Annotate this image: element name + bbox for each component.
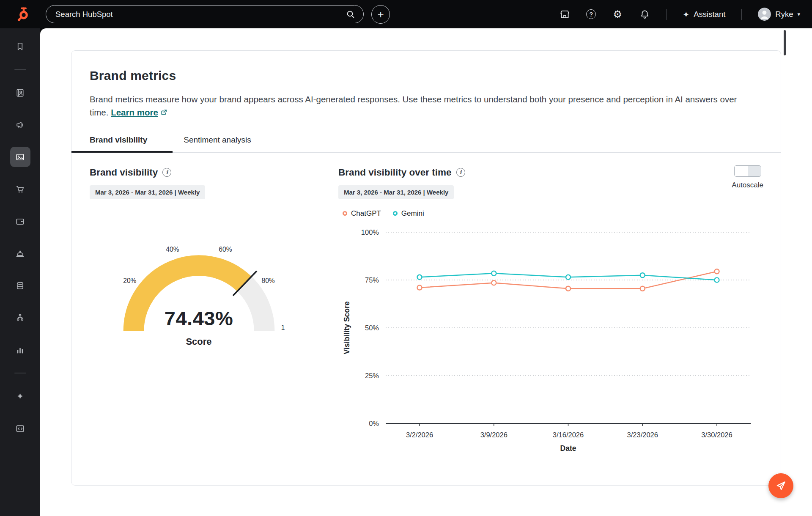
page-title: Brand metrics (90, 69, 763, 83)
tab-brand-visibility[interactable]: Brand visibility (90, 135, 147, 152)
timeseries-panel: Autoscale Brand visibility over time i M… (320, 153, 781, 486)
marketplace-icon[interactable] (559, 9, 570, 20)
search-icon (346, 9, 356, 19)
info-icon[interactable]: i (162, 168, 171, 177)
bookmark-icon (15, 41, 25, 51)
send-icon (775, 480, 787, 491)
sidebar-item-ai[interactable] (10, 386, 30, 406)
gauge-score-value: 74.43% (90, 307, 308, 330)
database-icon (15, 281, 25, 291)
date-range-badge: Mar 3, 2026 - Mar 31, 2026 | Weekly (90, 185, 205, 199)
search-input[interactable] (55, 9, 346, 19)
divider (666, 9, 667, 20)
hubspot-logo[interactable] (14, 6, 30, 22)
svg-text:75%: 75% (365, 276, 379, 284)
svg-text:60%: 60% (219, 246, 232, 253)
date-range-badge: Mar 3, 2026 - Mar 31, 2026 | Weekly (338, 185, 454, 199)
svg-text:100%: 100% (361, 228, 379, 236)
main-content: Brand metrics Brand metrics measure how … (40, 28, 812, 516)
sidebar-item-reporting[interactable] (10, 340, 30, 360)
sidebar-divider (14, 373, 26, 373)
avatar (758, 8, 771, 21)
sparkle-icon: ✦ (683, 10, 689, 19)
svg-text:0%: 0% (369, 420, 379, 427)
gauge-score-label: Score (90, 336, 308, 347)
code-icon (15, 424, 25, 434)
autoscale-label: Autoscale (732, 181, 763, 189)
sidebar (0, 28, 40, 516)
legend-label: ChatGPT (351, 209, 381, 218)
svg-text:40%: 40% (166, 246, 179, 253)
ai-sparkle-icon (15, 392, 25, 401)
info-icon[interactable]: i (456, 168, 465, 177)
wallet-icon (15, 217, 25, 226)
svg-text:Date: Date (560, 444, 576, 453)
autoscale-toggle[interactable] (734, 165, 761, 177)
external-link-icon (160, 108, 168, 116)
svg-text:Visibility Score: Visibility Score (343, 301, 351, 354)
autoscale-control: Autoscale (732, 165, 763, 189)
tabs: Brand visibility Sentiment analysis (71, 135, 781, 153)
sidebar-item-marketing[interactable] (10, 115, 30, 135)
line-chart-svg: 0%25%50%75%100%3/2/20263/9/20263/16/2026… (338, 220, 763, 456)
chart-legend: ChatGPTGemini (338, 209, 763, 218)
sidebar-item-service[interactable] (10, 243, 30, 263)
send-fab[interactable] (768, 473, 793, 498)
contacts-icon (15, 88, 25, 98)
gauge-panel: Brand visibility i Mar 3, 2026 - Mar 31,… (71, 153, 320, 486)
create-button[interactable]: + (371, 5, 390, 24)
sidebar-item-crm[interactable] (10, 82, 30, 103)
legend-item-chatgpt[interactable]: ChatGPT (343, 209, 381, 218)
search-bar[interactable] (46, 5, 364, 23)
description-text: Brand metrics measure how your brand app… (90, 94, 737, 117)
tab-sentiment-analysis[interactable]: Sentiment analysis (184, 135, 251, 152)
svg-text:3/9/2026: 3/9/2026 (480, 431, 508, 439)
divider (741, 9, 742, 20)
gauge-chart: 20%40%60%80%1 74.43% Score (90, 221, 308, 351)
sidebar-item-dev-tools[interactable] (10, 418, 30, 439)
sidebar-item-content[interactable] (10, 147, 30, 167)
cart-icon (15, 184, 25, 194)
workflow-icon (15, 313, 25, 323)
user-menu[interactable]: Ryke ▾ (758, 8, 800, 21)
learn-more-link[interactable]: Learn more (111, 107, 168, 117)
svg-text:50%: 50% (365, 324, 379, 332)
user-name: Ryke (775, 10, 793, 19)
legend-label: Gemini (401, 209, 424, 218)
topbar: + ? ⚙ ✦ Assistant (0, 0, 812, 28)
scrollbar-thumb[interactable] (784, 30, 786, 55)
hubspot-sprocket-icon (14, 6, 30, 22)
sidebar-item-sales[interactable] (10, 179, 30, 199)
legend-marker-icon (343, 211, 347, 216)
bar-chart-icon (15, 345, 25, 355)
sidebar-item-bookmarks[interactable] (10, 36, 30, 56)
assistant-button[interactable]: ✦ Assistant (683, 10, 725, 19)
notifications-icon[interactable] (639, 9, 650, 20)
svg-text:80%: 80% (261, 277, 274, 284)
page-description: Brand metrics measure how your brand app… (90, 93, 758, 119)
gauge-svg: 20%40%60%80%1 (90, 221, 308, 351)
assistant-label: Assistant (694, 10, 725, 19)
svg-text:3/30/2026: 3/30/2026 (701, 431, 732, 439)
plus-icon: + (377, 9, 384, 20)
brand-metrics-card: Brand metrics Brand metrics measure how … (71, 50, 781, 486)
gauge-panel-title: Brand visibility (90, 167, 158, 178)
svg-text:3/2/2026: 3/2/2026 (406, 431, 433, 439)
sidebar-item-data[interactable] (10, 275, 30, 296)
sidebar-item-automations[interactable] (10, 307, 30, 328)
sidebar-item-commerce[interactable] (10, 211, 30, 231)
svg-text:3/23/2026: 3/23/2026 (627, 431, 658, 439)
svg-text:25%: 25% (365, 372, 379, 379)
timeseries-panel-title: Brand visibility over time (338, 167, 452, 178)
help-icon[interactable]: ? (586, 9, 596, 19)
settings-icon[interactable]: ⚙ (612, 9, 623, 20)
chevron-down-icon: ▾ (797, 11, 800, 17)
svg-text:20%: 20% (123, 277, 136, 284)
legend-item-gemini[interactable]: Gemini (393, 209, 424, 218)
service-bell-icon (15, 249, 25, 258)
sidebar-divider (14, 69, 26, 70)
megaphone-icon (15, 120, 25, 130)
content-image-icon (15, 152, 25, 162)
svg-text:3/16/2026: 3/16/2026 (553, 431, 584, 439)
legend-marker-icon (393, 211, 398, 216)
